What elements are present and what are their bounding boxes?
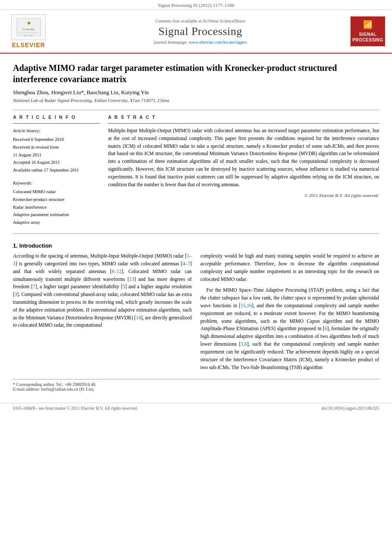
copyright: © 2011 Elsevier B.V. All rights reserved…	[108, 193, 379, 198]
history-label: Article history:	[13, 127, 99, 135]
introduction-section: 1. Introduction According to the spacing…	[13, 242, 379, 375]
footnote-corresponding: * Corresponding author. Tel.: +86 298820…	[13, 382, 379, 387]
abstract-column: A B S T R A C T Multiple-Input Multiple-…	[108, 115, 379, 226]
accepted-date: Accepted 16 August 2011	[13, 160, 60, 165]
keyword-1: Colocated MIMO radar	[13, 188, 99, 196]
sciverse-line: Contents lists available at SciVerse Sci…	[50, 19, 351, 23]
affiliation: National Lab of Radar Signal Processing,…	[13, 98, 379, 103]
ref-13: 13	[129, 277, 134, 282]
keyword-4: Adaptive parameter estimation	[13, 211, 99, 219]
svg-rect-0	[17, 19, 41, 36]
ref-6: 6	[325, 326, 327, 331]
journal-homepage: journal homepage: www.elsevier.com/locat…	[50, 40, 351, 45]
journal-center: Contents lists available at SciVerse Sci…	[50, 19, 351, 45]
revised-date: 11 August 2011	[13, 153, 41, 157]
ref-8-12: 8–12	[112, 269, 121, 274]
article-info-label: A R T I C L E I N F O	[13, 115, 99, 120]
svg-text:ELSEVIER: ELSEVIER	[22, 28, 34, 31]
signal-icon: 📶	[352, 20, 383, 30]
info-divider	[13, 123, 99, 124]
article-metadata-row: A R T I C L E I N F O Article history: R…	[13, 115, 379, 226]
keyword-3: Radar interference	[13, 204, 99, 211]
available-date: Available online 17 September 2011	[13, 168, 79, 172]
title-divider	[13, 110, 379, 110]
keyword-5: Adaptive array	[13, 219, 99, 226]
elsevier-wordmark: ELSEVIER	[12, 41, 45, 48]
top-bar: Signal Processing 92 (2012) 1177–1188	[0, 0, 392, 10]
abstract-text: Multiple-Input Multiple-Output (MIMO) ra…	[108, 127, 379, 189]
footer-bar: 0165-1684/$ - see front matter © 2011 El…	[0, 403, 392, 413]
ref-3: 3	[15, 292, 17, 297]
elsevier-logo-image: 🌳 ELSEVIER Est. 1580	[11, 14, 46, 40]
ref-7: 7	[33, 284, 35, 289]
intro-para-2: complexity would be high and many traini…	[201, 252, 379, 283]
ref-3-6: 3,6	[241, 341, 247, 347]
footnote-section: * Corresponding author. Tel.: +86 298820…	[13, 379, 379, 392]
journal-citation: Signal Processing 92 (2012) 1177–1188	[158, 3, 234, 8]
body-columns: According to the spacing of antennas, Mu…	[13, 252, 379, 375]
intro-para-3: For the MIMO Space–Time Adaptive Process…	[201, 287, 379, 371]
footnote-email: E-mail address: hwliu@xidian.edu.cn (H. …	[13, 387, 379, 392]
svg-text:Est. 1580: Est. 1580	[24, 35, 32, 37]
article-title: Adaptive MIMO radar target parameter est…	[13, 62, 379, 85]
footer-left: 0165-1684/$ - see front matter © 2011 El…	[13, 406, 138, 411]
ref-4-7: 4–7	[182, 261, 190, 266]
signal-processing-badge: 📶 SIGNAL PROCESSING	[351, 16, 385, 46]
keywords-label: Keywords:	[13, 179, 99, 187]
intro-para-1: According to the spacing of antennas, Mu…	[13, 252, 192, 329]
main-content: Adaptive MIMO radar target parameter est…	[0, 54, 392, 398]
body-col-right: complexity would be high and many traini…	[201, 252, 379, 375]
body-col-left: According to the spacing of antennas, Mu…	[13, 252, 192, 375]
elsevier-logo: 🌳 ELSEVIER Est. 1580 ELSEVIER	[7, 14, 50, 48]
abstract-label: A B S T R A C T	[108, 115, 379, 120]
article-info-column: A R T I C L E I N F O Article history: R…	[13, 115, 99, 226]
authors-line: Shenghua Zhou, Hongwei Liu*, Baochang Li…	[13, 89, 379, 96]
ref-14: 14	[136, 315, 141, 320]
journal-header: 🌳 ELSEVIER Est. 1580 ELSEVIER Contents l…	[0, 10, 392, 54]
journal-title: Signal Processing	[50, 25, 351, 38]
keywords-section: Keywords: Colocated MIMO radar Kronecker…	[13, 179, 99, 226]
revised-label: Received in revised form	[13, 145, 59, 150]
keyword-2: Kronecker-product structure	[13, 196, 99, 204]
article-history: Article history: Received 6 September 20…	[13, 127, 99, 174]
intro-heading: 1. Introduction	[13, 242, 379, 249]
body-divider	[13, 233, 379, 234]
ref-1-3: 1–3	[13, 253, 192, 266]
abstract-divider	[108, 123, 379, 124]
footer-doi: doi:10.1016/j.sigpro.2011.08.025	[322, 406, 379, 411]
ref-15-16: 15,16	[241, 303, 252, 308]
received-date-1: Received 6 September 2010	[13, 137, 64, 142]
homepage-url[interactable]: www.elsevier.com/locate/sigpro	[189, 40, 247, 45]
ref-5: 5	[123, 284, 125, 289]
